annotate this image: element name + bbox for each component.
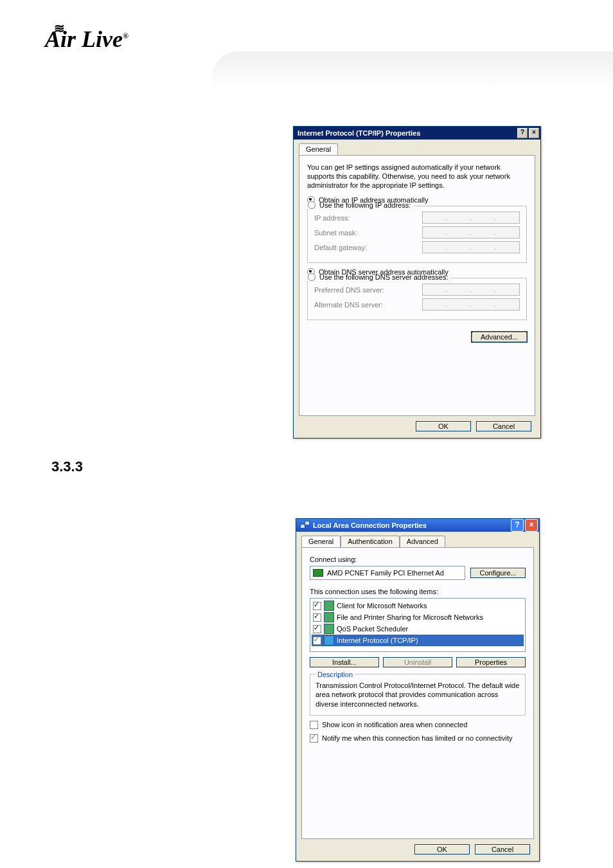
radio-use-following-ip[interactable]: Use the following IP address: xyxy=(305,201,413,209)
lan-properties-dialog: Local Area Connection Properties ? × Gen… xyxy=(296,518,540,862)
qos-icon xyxy=(324,624,334,634)
label-subnet-mask: Subnet mask: xyxy=(314,229,357,237)
checkbox-icon[interactable] xyxy=(310,721,318,729)
dialog-title: Local Area Connection Properties xyxy=(313,521,427,529)
description-legend: Description xyxy=(315,671,355,678)
advanced-button[interactable]: Advanced... xyxy=(472,332,527,342)
preferred-dns-input: ... xyxy=(422,284,520,296)
checkbox-icon[interactable] xyxy=(313,637,321,645)
label-ip-address: IP address: xyxy=(314,214,350,222)
section-number: 3.3.3 xyxy=(51,458,83,475)
dialog-titlebar[interactable]: Internet Protocol (TCP/IP) Properties ? … xyxy=(294,127,540,140)
connection-icon xyxy=(300,521,309,530)
help-button[interactable]: ? xyxy=(511,519,524,532)
tab-authentication[interactable]: Authentication xyxy=(341,536,400,547)
checkbox-icon[interactable] xyxy=(310,734,318,743)
description-text: Transmission Control Protocol/Internet P… xyxy=(315,681,520,709)
description-group: Description Transmission Control Protoco… xyxy=(310,674,526,716)
cancel-button[interactable]: Cancel xyxy=(476,421,531,431)
use-dns-fieldset: Use the following DNS server addresses: … xyxy=(307,278,527,320)
ip-address-input: ... xyxy=(422,212,520,224)
logo-wave-icon: ≋ xyxy=(54,21,64,36)
show-icon-checkbox[interactable]: Show icon in notification area when conn… xyxy=(310,721,526,729)
tab-general[interactable]: General xyxy=(301,536,341,547)
close-button[interactable]: × xyxy=(529,128,539,138)
list-item[interactable]: QoS Packet Scheduler xyxy=(312,623,524,635)
ok-button[interactable]: OK xyxy=(414,844,470,854)
label-alternate-dns: Alternate DNS server: xyxy=(314,301,383,309)
checkbox-icon[interactable] xyxy=(313,613,321,622)
checkbox-icon[interactable] xyxy=(313,625,321,633)
items-label: This connection uses the following items… xyxy=(310,588,526,595)
connect-using-label: Connect using: xyxy=(310,556,526,563)
list-item[interactable]: File and Printer Sharing for Microsoft N… xyxy=(312,611,524,623)
tab-general[interactable]: General xyxy=(299,143,338,155)
radio-use-following-dns[interactable]: Use the following DNS server addresses: xyxy=(305,273,451,281)
connection-items-list[interactable]: Client for Microsoft Networks File and P… xyxy=(310,598,526,652)
brand-logo: ≋ Air Live® xyxy=(45,26,129,53)
list-item[interactable]: Client for Microsoft Networks xyxy=(312,600,524,611)
sharing-icon xyxy=(324,612,334,622)
ok-button[interactable]: OK xyxy=(416,421,471,431)
radio-icon xyxy=(308,273,315,281)
notify-checkbox[interactable]: Notify me when this connection has limit… xyxy=(310,734,526,743)
use-ip-fieldset: Use the following IP address: IP address… xyxy=(307,206,527,263)
nic-icon xyxy=(313,569,323,577)
list-item-selected[interactable]: Internet Protocol (TCP/IP) xyxy=(312,635,524,646)
dialog-title: Internet Protocol (TCP/IP) Properties xyxy=(298,129,420,137)
dialog-titlebar[interactable]: Local Area Connection Properties ? × xyxy=(296,519,539,532)
tcpip-properties-dialog: Internet Protocol (TCP/IP) Properties ? … xyxy=(293,126,541,439)
label-default-gateway: Default gateway: xyxy=(314,244,367,251)
alternate-dns-input: ... xyxy=(422,298,520,311)
label-preferred-dns: Preferred DNS server: xyxy=(314,286,384,294)
client-icon xyxy=(324,601,334,611)
intro-text: You can get IP settings assigned automat… xyxy=(307,163,527,190)
protocol-icon xyxy=(324,635,334,646)
close-button[interactable]: × xyxy=(525,519,538,532)
radio-icon xyxy=(308,201,315,209)
help-button[interactable]: ? xyxy=(517,128,528,138)
configure-button[interactable]: Configure... xyxy=(470,568,526,578)
checkbox-icon[interactable] xyxy=(313,602,321,610)
install-button[interactable]: Install... xyxy=(310,657,379,667)
tab-advanced[interactable]: Advanced xyxy=(400,536,445,547)
header-gradient xyxy=(212,51,613,90)
subnet-mask-input: ... xyxy=(422,226,520,239)
adapter-field: AMD PCNET Family PCI Ethernet Ad xyxy=(310,566,465,580)
properties-button[interactable]: Properties xyxy=(456,657,526,667)
default-gateway-input: ... xyxy=(422,241,520,253)
cancel-button[interactable]: Cancel xyxy=(475,844,530,854)
uninstall-button: Uninstall xyxy=(383,657,452,667)
